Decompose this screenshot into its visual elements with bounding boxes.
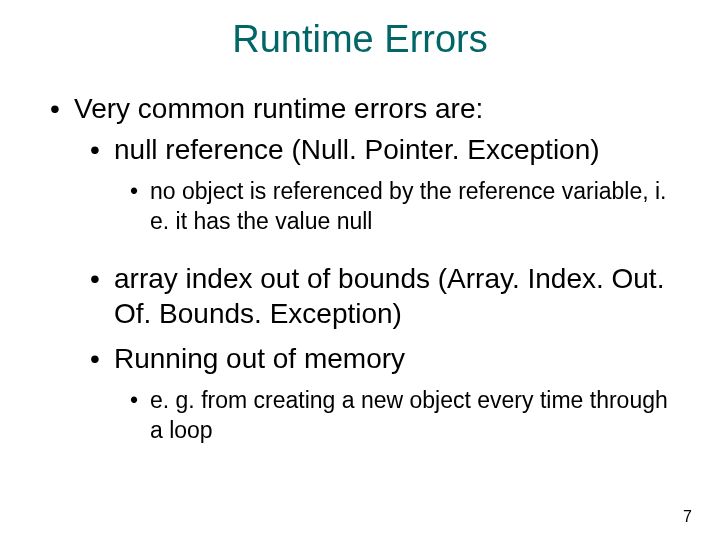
- bullet-level2: null reference (Null. Pointer. Exception…: [90, 132, 690, 167]
- bullet-level2: array index out of bounds (Array. Index.…: [90, 261, 690, 331]
- bullet-list: Very common runtime errors are: null ref…: [50, 91, 690, 446]
- bullet-level3: no object is referenced by the reference…: [130, 177, 690, 237]
- bullet-level1: Very common runtime errors are:: [50, 91, 690, 126]
- bullet-level2: Running out of memory: [90, 341, 690, 376]
- page-number: 7: [683, 508, 692, 526]
- slide-body: Very common runtime errors are: null ref…: [0, 91, 720, 446]
- slide-title: Runtime Errors: [0, 0, 720, 71]
- slide: Runtime Errors Very common runtime error…: [0, 0, 720, 540]
- bullet-level3: e. g. from creating a new object every t…: [130, 386, 690, 446]
